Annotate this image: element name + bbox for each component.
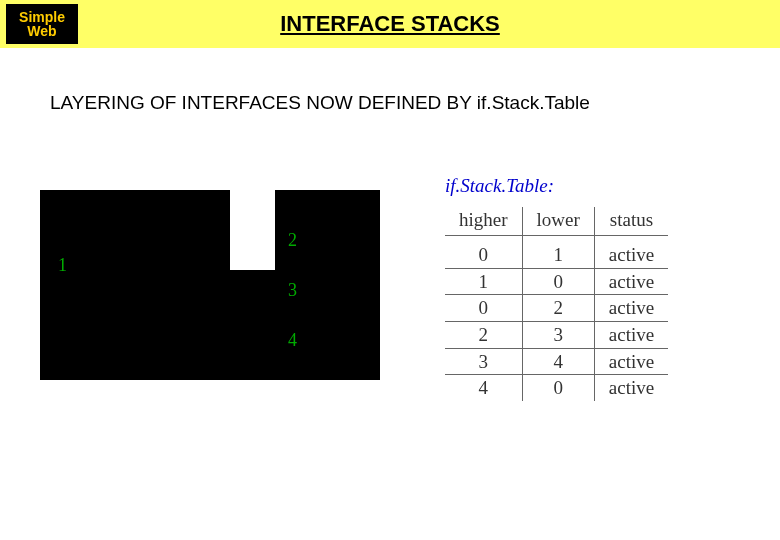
ifstack-table-wrap: if.Stack.Table: higher lower status 01ac…: [445, 175, 745, 401]
table-row: 40active: [445, 375, 668, 401]
cell-lower: 0: [522, 268, 594, 295]
cell-lower: 1: [522, 236, 594, 269]
cell-higher: 3: [445, 348, 522, 375]
diagram-notch: [230, 190, 275, 270]
col-lower: lower: [522, 207, 594, 236]
cell-status: active: [594, 268, 668, 295]
table-row: 02active: [445, 295, 668, 322]
table-row: 01active: [445, 236, 668, 269]
cell-lower: 4: [522, 348, 594, 375]
cell-lower: 0: [522, 375, 594, 401]
cell-higher: 1: [445, 268, 522, 295]
simple-web-logo: Simple Web: [6, 4, 78, 44]
cell-higher: 4: [445, 375, 522, 401]
table-row: 23active: [445, 321, 668, 348]
cell-higher: 0: [445, 295, 522, 322]
cell-lower: 2: [522, 295, 594, 322]
header-bar: Simple Web INTERFACE STACKS: [0, 0, 780, 48]
cell-status: active: [594, 348, 668, 375]
subtitle: LAYERING OF INTERFACES NOW DEFINED BY if…: [50, 92, 590, 114]
cell-status: active: [594, 321, 668, 348]
logo-line2: Web: [27, 24, 56, 38]
stack-diagram: 1 2 3 4: [40, 190, 380, 380]
table-row: 34active: [445, 348, 668, 375]
diagram-label-4: 4: [288, 330, 297, 351]
cell-status: active: [594, 236, 668, 269]
cell-lower: 3: [522, 321, 594, 348]
cell-status: active: [594, 375, 668, 401]
logo-line1: Simple: [19, 10, 65, 24]
col-higher: higher: [445, 207, 522, 236]
diagram-label-3: 3: [288, 280, 297, 301]
table-caption: if.Stack.Table:: [445, 175, 745, 197]
table-header-row: higher lower status: [445, 207, 668, 236]
cell-status: active: [594, 295, 668, 322]
table-row: 10active: [445, 268, 668, 295]
diagram-label-1: 1: [58, 255, 67, 276]
cell-higher: 0: [445, 236, 522, 269]
ifstack-table: higher lower status 01active10active02ac…: [445, 207, 668, 401]
diagram-label-2: 2: [288, 230, 297, 251]
col-status: status: [594, 207, 668, 236]
page-title: INTERFACE STACKS: [280, 11, 500, 37]
cell-higher: 2: [445, 321, 522, 348]
